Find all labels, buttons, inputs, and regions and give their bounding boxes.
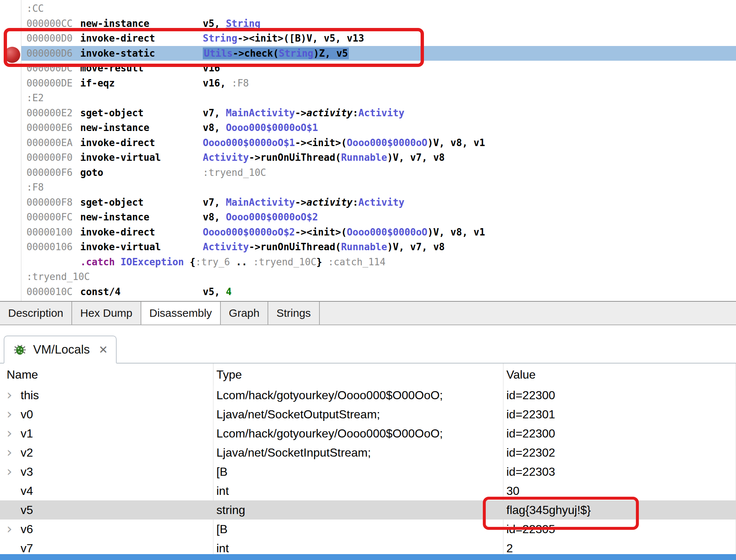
cell-name: ›this: [0, 386, 213, 405]
variable-name: v0: [21, 408, 33, 421]
asm-label-line[interactable]: :tryend_10C: [21, 269, 736, 284]
tab-strings[interactable]: Strings: [268, 302, 319, 325]
asm-label-line[interactable]: :E2: [21, 91, 736, 106]
locals-row-v6[interactable]: ›v6[Bid=22305: [0, 520, 736, 539]
locals-row-v4[interactable]: v4int30: [0, 481, 736, 500]
asm-instruction-line[interactable]: 000000DEif-eqzv16, :F8: [21, 76, 736, 91]
cell-value: flag{345ghyuj!$}: [503, 500, 736, 520]
locals-table-body: ›thisLcom/hack/gotyourkey/Oooo000$O00OoO…: [0, 386, 736, 558]
asm-label-line[interactable]: :F8: [21, 180, 736, 195]
expand-chevron-icon[interactable]: ›: [7, 464, 12, 478]
cell-name: ›v6: [0, 520, 213, 539]
breakpoint-dot[interactable]: [4, 47, 20, 63]
asm-instruction-line[interactable]: .catch IOException {:try_6 .. :tryend_10…: [21, 255, 736, 270]
cell-value: id=22305: [503, 520, 736, 539]
cell-type: Ljava/net/SocketInputStream;: [213, 443, 503, 462]
cell-value: id=22300: [503, 386, 736, 405]
expand-chevron-icon[interactable]: ›: [7, 407, 12, 421]
asm-instruction-line[interactable]: 000000FCnew-instancev8, Oooo000$0000oO$2: [21, 210, 736, 225]
cell-type: Lcom/hack/gotyourkey/Oooo000$O00OoO;: [213, 386, 503, 405]
asm-instruction-line[interactable]: 0000010Cconst/4v5, 4: [21, 284, 736, 300]
locals-row-this[interactable]: ›thisLcom/hack/gotyourkey/Oooo000$O00OoO…: [0, 386, 736, 405]
vm-locals-tab[interactable]: VM/Locals ✕: [4, 336, 117, 364]
asm-instruction-line[interactable]: 00000100invoke-directOooo000$0000oO$2-><…: [21, 225, 736, 240]
asm-instruction-line[interactable]: 000000F6goto:tryend_10C: [21, 165, 736, 180]
asm-instruction-line[interactable]: 000000E2sget-objectv7, MainActivity->act…: [21, 106, 736, 121]
divider-gap: [0, 325, 736, 332]
tab-hex-dump[interactable]: Hex Dump: [72, 302, 141, 325]
variable-name: v4: [21, 484, 33, 498]
variable-name: v6: [21, 522, 33, 536]
locals-row-v1[interactable]: ›v1Lcom/hack/gotyourkey/Oooo000$O00OoO;i…: [0, 424, 736, 443]
locals-table: NameTypeValue ›thisLcom/hack/gotyourkey/…: [0, 364, 736, 558]
cell-value: id=22303: [503, 462, 736, 481]
locals-row-v0[interactable]: ›v0Ljava/net/SocketOutputStream;id=22301: [0, 405, 736, 424]
cell-name: ›v1: [0, 424, 213, 443]
locals-row-v5[interactable]: v5stringflag{345ghyuj!$}: [0, 500, 736, 520]
asm-instruction-line[interactable]: 00000106invoke-virtualActivity->runOnUiT…: [21, 240, 736, 255]
variable-name: v2: [21, 446, 33, 460]
bug-icon: [13, 342, 27, 357]
tab-description[interactable]: Description: [0, 302, 72, 325]
variable-name: v7: [21, 542, 33, 555]
asm-instruction-line[interactable]: 000000D6invoke-staticUtils->check(String…: [21, 46, 736, 61]
cell-value: 30: [503, 481, 736, 500]
cell-name: ›v3: [0, 462, 213, 481]
asm-instruction-line[interactable]: 000000CCnew-instancev5, String: [21, 16, 736, 31]
asm-label-line[interactable]: :CC: [21, 1, 736, 16]
tab-disassembly[interactable]: Disassembly: [141, 302, 221, 325]
variable-name: this: [21, 389, 39, 402]
cell-value: id=22302: [503, 443, 736, 462]
column-header-value[interactable]: Value: [503, 364, 736, 386]
asm-instruction-line[interactable]: 000000DCmove-resultv16: [21, 61, 736, 76]
cell-name: ›v2: [0, 443, 213, 462]
asm-instruction-line[interactable]: 000000F8sget-objectv7, MainActivity->act…: [21, 195, 736, 210]
cell-type: Ljava/net/SocketOutputStream;: [213, 405, 503, 424]
cell-name: v5: [0, 500, 213, 520]
cell-type: string: [213, 500, 503, 520]
asm-instruction-line[interactable]: 000000E6new-instancev8, Oooo000$0000oO$1: [21, 120, 736, 135]
column-header-type[interactable]: Type: [213, 364, 503, 386]
cell-value: id=22301: [503, 405, 736, 424]
variable-name: v5: [21, 503, 33, 517]
cell-type: [B: [213, 520, 503, 539]
close-icon[interactable]: ✕: [99, 343, 108, 356]
cell-type: [B: [213, 462, 503, 481]
asm-instruction-line[interactable]: 000000EAinvoke-directOooo000$0000oO$1-><…: [21, 135, 736, 150]
cell-name: v4: [0, 481, 213, 500]
expand-chevron-icon[interactable]: ›: [7, 445, 12, 459]
editor-tab-bar: DescriptionHex DumpDisassemblyGraphStrin…: [0, 301, 736, 325]
cell-type: Lcom/hack/gotyourkey/Oooo000$O00OoO;: [213, 424, 503, 443]
expand-chevron-icon[interactable]: ›: [7, 426, 12, 440]
locals-row-v2[interactable]: ›v2Ljava/net/SocketInputStream;id=22302: [0, 443, 736, 462]
cell-type: int: [213, 481, 503, 500]
variable-name: v1: [21, 427, 33, 440]
asm-instruction-line[interactable]: 000000D0invoke-directString-><init>([B)V…: [21, 31, 736, 46]
disassembly-view: :CC000000CCnew-instancev5, String000000D…: [0, 0, 736, 301]
variable-name: v3: [21, 465, 33, 479]
vm-locals-header: VM/Locals ✕: [0, 332, 736, 364]
breakpoint-gutter[interactable]: [0, 0, 21, 301]
debugger-window: :CC000000CCnew-instancev5, String000000D…: [0, 0, 736, 560]
locals-table-header: NameTypeValue: [0, 364, 736, 386]
column-header-name[interactable]: Name: [0, 364, 213, 386]
cell-value: id=22300: [503, 424, 736, 443]
expand-chevron-icon[interactable]: ›: [7, 522, 12, 536]
expand-chevron-icon[interactable]: ›: [7, 388, 12, 402]
bottom-scrollbar[interactable]: [0, 554, 736, 560]
disassembly-code: :CC000000CCnew-instancev5, String000000D…: [21, 0, 736, 301]
locals-row-v3[interactable]: ›v3[Bid=22303: [0, 462, 736, 481]
cell-name: ›v0: [0, 405, 213, 424]
vm-locals-title: VM/Locals: [33, 343, 90, 357]
tab-graph[interactable]: Graph: [221, 302, 268, 325]
asm-instruction-line[interactable]: 000000F0invoke-virtualActivity->runOnUiT…: [21, 150, 736, 165]
